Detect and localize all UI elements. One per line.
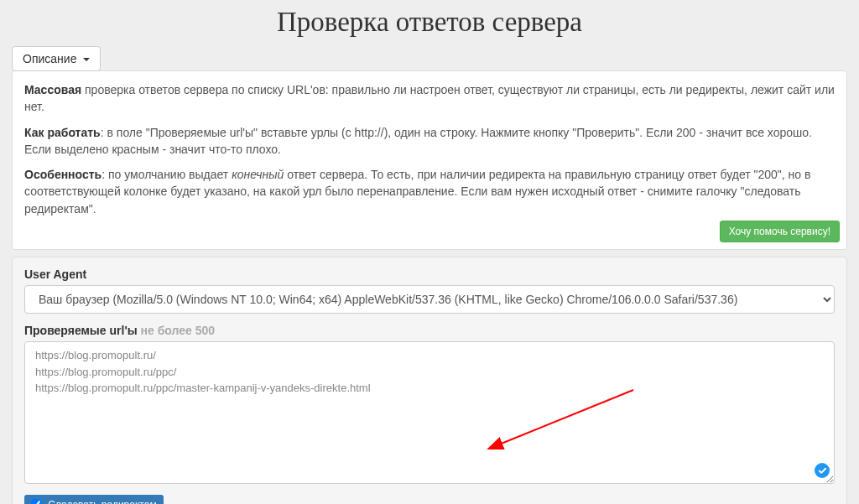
description-paragraph: Массовая проверка ответов сервера по спи… bbox=[24, 81, 835, 116]
help-service-button[interactable]: Хочу помочь сервису! bbox=[720, 221, 840, 242]
description-paragraph: Особенность: по умолчанию выдает конечны… bbox=[24, 166, 835, 217]
description-panel: Массовая проверка ответов сервера по спи… bbox=[12, 70, 847, 250]
form-panel: User Agent Ваш браузер (Mozilla/5.0 (Win… bbox=[12, 257, 847, 504]
follow-redirects-text: Следовать редиректам bbox=[48, 499, 156, 504]
description-paragraph: Как работать: в поле "Проверяемые url'ы"… bbox=[24, 124, 835, 158]
urls-textarea[interactable] bbox=[24, 341, 835, 484]
follow-redirects-checkbox-label[interactable]: Следовать редиректам bbox=[24, 495, 164, 504]
urls-label: Проверяемые url'ы не более 500 bbox=[24, 324, 835, 337]
urls-note: не более 500 bbox=[138, 324, 215, 337]
user-agent-label: User Agent bbox=[24, 268, 835, 281]
dropdown-label: Описание bbox=[23, 52, 76, 65]
follow-redirects-checkbox[interactable] bbox=[31, 499, 42, 504]
chevron-down-icon bbox=[83, 58, 90, 61]
description-dropdown-button[interactable]: Описание bbox=[12, 46, 101, 71]
user-agent-select[interactable]: Ваш браузер (Mozilla/5.0 (Windows NT 10.… bbox=[24, 285, 835, 314]
check-icon bbox=[815, 463, 830, 478]
page-title: Проверка ответов сервера bbox=[0, 0, 859, 46]
